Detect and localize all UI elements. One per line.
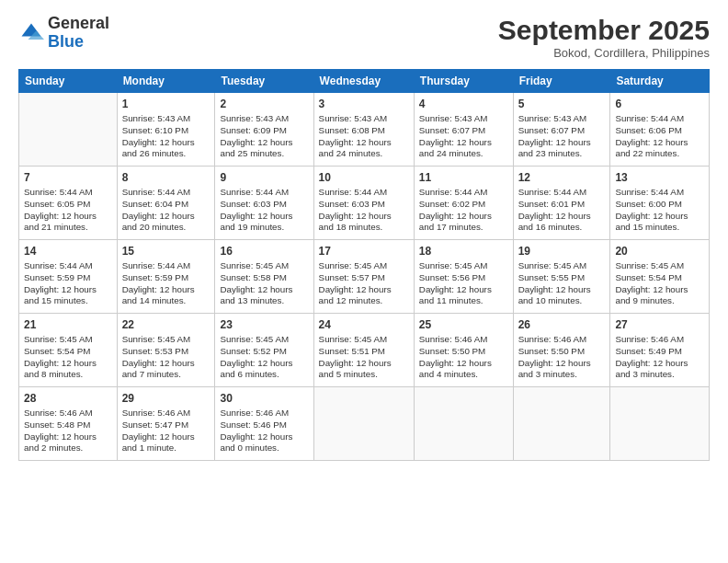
calendar-cell: 18Sunrise: 5:45 AM Sunset: 5:56 PM Dayli…: [414, 240, 513, 314]
calendar-cell: 28Sunrise: 5:46 AM Sunset: 5:48 PM Dayli…: [19, 387, 118, 461]
calendar-cell: 8Sunrise: 5:44 AM Sunset: 6:04 PM Daylig…: [117, 167, 215, 240]
cell-info: Sunrise: 5:43 AM Sunset: 6:08 PM Dayligh…: [319, 113, 409, 160]
col-saturday: Saturday: [610, 70, 710, 93]
cell-info: Sunrise: 5:45 AM Sunset: 5:56 PM Dayligh…: [419, 260, 508, 307]
calendar-cell: 4Sunrise: 5:43 AM Sunset: 6:07 PM Daylig…: [414, 93, 513, 167]
day-number: 24: [319, 317, 409, 332]
calendar-week-3: 14Sunrise: 5:44 AM Sunset: 5:59 PM Dayli…: [19, 240, 710, 314]
cell-info: Sunrise: 5:44 AM Sunset: 6:05 PM Dayligh…: [24, 187, 112, 234]
calendar-body: 1Sunrise: 5:43 AM Sunset: 6:10 PM Daylig…: [19, 93, 710, 461]
cell-info: Sunrise: 5:46 AM Sunset: 5:47 PM Dayligh…: [122, 408, 210, 454]
calendar-cell: 23Sunrise: 5:45 AM Sunset: 5:52 PM Dayli…: [215, 314, 313, 387]
cell-info: Sunrise: 5:45 AM Sunset: 5:54 PM Dayligh…: [615, 260, 704, 307]
day-number: 28: [24, 391, 112, 406]
cell-info: Sunrise: 5:44 AM Sunset: 6:04 PM Dayligh…: [122, 187, 210, 234]
calendar-cell: 5Sunrise: 5:43 AM Sunset: 6:07 PM Daylig…: [513, 93, 610, 167]
calendar-cell: 6Sunrise: 5:44 AM Sunset: 6:06 PM Daylig…: [610, 93, 710, 167]
day-number: 1: [122, 97, 210, 111]
day-number: 10: [319, 170, 409, 185]
calendar-cell: [19, 93, 118, 167]
calendar-cell: [610, 387, 710, 461]
cell-info: Sunrise: 5:44 AM Sunset: 6:01 PM Dayligh…: [518, 187, 606, 234]
day-number: 25: [419, 317, 508, 332]
calendar-cell: 22Sunrise: 5:45 AM Sunset: 5:53 PM Dayli…: [117, 314, 215, 387]
col-thursday: Thursday: [414, 70, 513, 93]
title-block: September 2025 Bokod, Cordillera, Philip…: [498, 15, 710, 60]
calendar-cell: [313, 387, 414, 461]
cell-info: Sunrise: 5:43 AM Sunset: 6:10 PM Dayligh…: [122, 113, 210, 160]
day-number: 3: [319, 97, 409, 111]
calendar-week-2: 7Sunrise: 5:44 AM Sunset: 6:05 PM Daylig…: [19, 167, 710, 240]
day-number: 2: [220, 97, 308, 111]
calendar-cell: 14Sunrise: 5:44 AM Sunset: 5:59 PM Dayli…: [19, 240, 118, 314]
calendar-header-row: Sunday Monday Tuesday Wednesday Thursday…: [19, 70, 710, 93]
col-sunday: Sunday: [19, 70, 118, 93]
cell-info: Sunrise: 5:46 AM Sunset: 5:46 PM Dayligh…: [220, 408, 308, 454]
col-wednesday: Wednesday: [313, 70, 414, 93]
logo-general: General: [48, 15, 109, 33]
cell-info: Sunrise: 5:44 AM Sunset: 6:02 PM Dayligh…: [419, 187, 508, 234]
day-number: 14: [24, 244, 112, 259]
month-title: September 2025: [498, 15, 710, 46]
calendar-cell: 20Sunrise: 5:45 AM Sunset: 5:54 PM Dayli…: [610, 240, 710, 314]
col-monday: Monday: [117, 70, 215, 93]
calendar-cell: 27Sunrise: 5:46 AM Sunset: 5:49 PM Dayli…: [610, 314, 710, 387]
day-number: 18: [419, 244, 508, 259]
calendar-cell: 1Sunrise: 5:43 AM Sunset: 6:10 PM Daylig…: [117, 93, 215, 167]
day-number: 6: [615, 97, 704, 111]
cell-info: Sunrise: 5:43 AM Sunset: 6:07 PM Dayligh…: [518, 113, 606, 160]
calendar-cell: 10Sunrise: 5:44 AM Sunset: 6:03 PM Dayli…: [313, 167, 414, 240]
calendar-cell: 11Sunrise: 5:44 AM Sunset: 6:02 PM Dayli…: [414, 167, 513, 240]
cell-info: Sunrise: 5:46 AM Sunset: 5:50 PM Dayligh…: [419, 334, 508, 381]
calendar-week-4: 21Sunrise: 5:45 AM Sunset: 5:54 PM Dayli…: [19, 314, 710, 387]
day-number: 29: [122, 391, 210, 406]
calendar-week-1: 1Sunrise: 5:43 AM Sunset: 6:10 PM Daylig…: [19, 93, 710, 167]
day-number: 13: [615, 170, 704, 185]
calendar-cell: 24Sunrise: 5:45 AM Sunset: 5:51 PM Dayli…: [313, 314, 414, 387]
calendar-cell: 21Sunrise: 5:45 AM Sunset: 5:54 PM Dayli…: [19, 314, 118, 387]
day-number: 15: [122, 244, 210, 259]
cell-info: Sunrise: 5:45 AM Sunset: 5:52 PM Dayligh…: [220, 334, 308, 381]
cell-info: Sunrise: 5:46 AM Sunset: 5:50 PM Dayligh…: [518, 334, 606, 381]
cell-info: Sunrise: 5:43 AM Sunset: 6:07 PM Dayligh…: [419, 113, 508, 160]
cell-info: Sunrise: 5:45 AM Sunset: 5:58 PM Dayligh…: [220, 260, 308, 307]
cell-info: Sunrise: 5:45 AM Sunset: 5:51 PM Dayligh…: [319, 334, 409, 381]
calendar-week-5: 28Sunrise: 5:46 AM Sunset: 5:48 PM Dayli…: [19, 387, 710, 461]
calendar-cell: 25Sunrise: 5:46 AM Sunset: 5:50 PM Dayli…: [414, 314, 513, 387]
logo: General Blue: [18, 15, 109, 52]
day-number: 27: [615, 317, 704, 332]
col-tuesday: Tuesday: [215, 70, 313, 93]
day-number: 30: [220, 391, 308, 406]
logo-icon: [18, 20, 44, 46]
calendar-cell: 3Sunrise: 5:43 AM Sunset: 6:08 PM Daylig…: [313, 93, 414, 167]
cell-info: Sunrise: 5:45 AM Sunset: 5:57 PM Dayligh…: [319, 260, 409, 307]
cell-info: Sunrise: 5:44 AM Sunset: 6:03 PM Dayligh…: [319, 187, 409, 234]
calendar-cell: 2Sunrise: 5:43 AM Sunset: 6:09 PM Daylig…: [215, 93, 313, 167]
cell-info: Sunrise: 5:45 AM Sunset: 5:54 PM Dayligh…: [24, 334, 112, 381]
location: Bokod, Cordillera, Philippines: [498, 46, 710, 60]
col-friday: Friday: [513, 70, 610, 93]
day-number: 5: [518, 97, 606, 111]
calendar-cell: 26Sunrise: 5:46 AM Sunset: 5:50 PM Dayli…: [513, 314, 610, 387]
cell-info: Sunrise: 5:46 AM Sunset: 5:48 PM Dayligh…: [24, 408, 112, 454]
day-number: 9: [220, 170, 308, 185]
day-number: 7: [24, 170, 112, 185]
cell-info: Sunrise: 5:46 AM Sunset: 5:49 PM Dayligh…: [615, 334, 704, 381]
calendar-cell: 30Sunrise: 5:46 AM Sunset: 5:46 PM Dayli…: [215, 387, 313, 461]
calendar-cell: 9Sunrise: 5:44 AM Sunset: 6:03 PM Daylig…: [215, 167, 313, 240]
logo-blue: Blue: [48, 33, 109, 52]
calendar-cell: 7Sunrise: 5:44 AM Sunset: 6:05 PM Daylig…: [19, 167, 118, 240]
cell-info: Sunrise: 5:44 AM Sunset: 6:06 PM Dayligh…: [615, 113, 704, 160]
cell-info: Sunrise: 5:45 AM Sunset: 5:53 PM Dayligh…: [122, 334, 210, 381]
day-number: 11: [419, 170, 508, 185]
day-number: 12: [518, 170, 606, 185]
calendar-cell: 29Sunrise: 5:46 AM Sunset: 5:47 PM Dayli…: [117, 387, 215, 461]
calendar-cell: 16Sunrise: 5:45 AM Sunset: 5:58 PM Dayli…: [215, 240, 313, 314]
calendar-cell: 19Sunrise: 5:45 AM Sunset: 5:55 PM Dayli…: [513, 240, 610, 314]
day-number: 4: [419, 97, 508, 111]
calendar-cell: 13Sunrise: 5:44 AM Sunset: 6:00 PM Dayli…: [610, 167, 710, 240]
cell-info: Sunrise: 5:44 AM Sunset: 6:03 PM Dayligh…: [220, 187, 308, 234]
cell-info: Sunrise: 5:44 AM Sunset: 6:00 PM Dayligh…: [615, 187, 704, 234]
calendar-cell: [513, 387, 610, 461]
calendar-cell: [414, 387, 513, 461]
